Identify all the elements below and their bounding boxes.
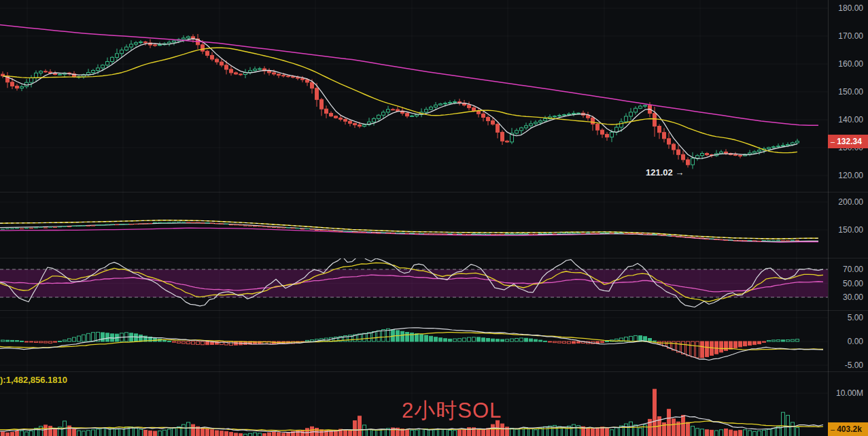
axis-tick-label: 0.00: [848, 337, 864, 346]
axis-tick-label: 180.00: [838, 3, 863, 13]
axis-tick-label: 150.00: [838, 225, 863, 235]
axis-tick-label: 30.00: [843, 292, 863, 302]
last-volume-badge: – 403.2k: [828, 422, 868, 436]
last-price-badge: – 132.34: [828, 135, 868, 148]
price-badge-tick: –: [831, 137, 835, 146]
axis-tick-label: 5.00: [848, 313, 864, 322]
axis-tick-label: 50.00: [843, 279, 863, 288]
timeframe-symbol-watermark: 2小时SOL: [402, 397, 502, 425]
axis-tick-label: 70.00: [843, 265, 863, 274]
trading-chart-page: { "labels": { "watermark": "2小时SOL", "vo…: [0, 0, 868, 436]
axis-tick-label: 200.00: [838, 197, 863, 207]
axis-tick-label: -5.00: [845, 360, 864, 370]
volume-badge-value: 403.2k: [837, 424, 862, 434]
axis-tick-label: 140.00: [838, 115, 863, 124]
low-price-annotation: 121.02 →: [646, 167, 684, 178]
axis-tick-label: 10.00M: [836, 388, 863, 398]
axis-tick-label: 160.00: [838, 59, 863, 69]
axis-tick-label: 120.00: [838, 171, 863, 180]
volume-badge-tick: –: [831, 425, 835, 433]
volume-indicator-value: ):1,482,856.1810: [0, 375, 67, 385]
axis-tick-label: 170.00: [838, 31, 863, 41]
price-chart-canvas[interactable]: 180.00170.00160.00150.00140.00130.00120.…: [0, 0, 868, 436]
chart-background: [0, 0, 868, 436]
axis-tick-label: 150.00: [838, 87, 863, 97]
price-badge-value: 132.34: [837, 137, 862, 146]
